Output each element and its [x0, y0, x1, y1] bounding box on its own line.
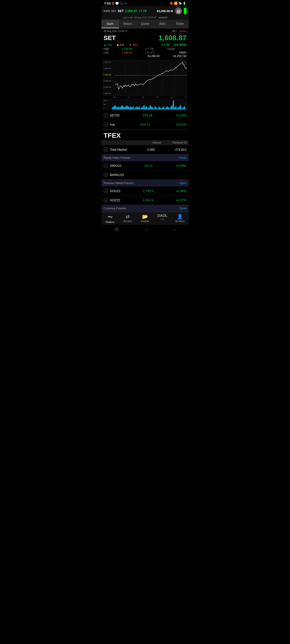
set50-change: +1.00% — [176, 114, 187, 117]
vol-bar-27 — [145, 107, 146, 109]
valm-value: 63,266.08 — [148, 54, 160, 58]
set50-row[interactable]: ⊙ SET50 979.06 +1.00% — [101, 111, 189, 120]
bottom-navigation: 〜 Realtime ⇄ Buy/Sell 📂 Portfolio DAOL L… — [101, 212, 189, 225]
goz22-row[interactable]: ⊙ GOZ22 1,810.9 +0.37% — [101, 196, 189, 205]
gou22-row[interactable]: ⊙ GOU22 1,793.5 +0.36% — [101, 186, 189, 196]
equity-futures-status: Close — [179, 156, 186, 160]
vol-bar-20 — [136, 106, 137, 110]
mymenu-label: My Menu — [175, 220, 185, 222]
chart-x-labels: 10 11 12 15 16 17 — [101, 96, 189, 99]
index-price: 1,608.87 — [125, 9, 137, 13]
tab-ticker-label: Ticker — [176, 22, 184, 26]
s50u22-name: S50U22 — [110, 164, 121, 168]
vol-bar-33 — [152, 107, 153, 109]
vol-bar-31 — [150, 105, 151, 109]
volume-col-header: Volume — [152, 141, 161, 144]
gou22-name: GOU22 — [110, 189, 120, 193]
vol-bar-5 — [118, 106, 119, 110]
buysell-label: Buy/Sell — [123, 220, 132, 222]
set50-expand-icon[interactable]: ⊙ — [104, 113, 108, 118]
vol-bar-57 — [181, 108, 182, 110]
gou22-left: ⊙ GOU22 — [104, 189, 120, 193]
vol-bar-30 — [149, 107, 149, 109]
high-low-table: High 1,608.88 (+7.79) Val(M) Low 1,589.6… — [101, 47, 189, 54]
volume-chart: 10M 5M 0 — [103, 99, 187, 110]
currency-futures-status: Open — [179, 206, 187, 210]
nav-daol-life[interactable]: DAOL LIFE — [154, 212, 171, 225]
login-info-bar: Last Login: 08 Aug 2022 18:59:45 wwwb18 — [101, 16, 189, 20]
set-index-title: SET — [104, 34, 116, 42]
goz22-left: ⊙ GOZ22 — [104, 198, 120, 202]
s50u22-expand-icon[interactable]: ⊙ — [104, 164, 108, 168]
nav-realtime[interactable]: 〜 Realtime — [101, 212, 119, 225]
low-value: 1,589.62 — [122, 51, 144, 54]
tab-bids[interactable]: Bids — [154, 20, 171, 28]
tab-watch[interactable]: Watch — [119, 20, 136, 28]
valm-label: Val(M) — [167, 48, 186, 50]
tab-watch-label: Watch — [123, 22, 132, 26]
goz22-expand-icon[interactable]: ⊙ — [104, 198, 108, 202]
vol-bar-4 — [117, 107, 117, 109]
set-index-value: 1,608.87 — [159, 34, 187, 42]
vol-bar-54 — [178, 107, 179, 109]
vol-bar-16 — [131, 107, 132, 109]
mai-expand-icon[interactable]: ⊙ — [104, 122, 108, 127]
android-home-btn[interactable]: ○ — [145, 227, 148, 232]
set-index-header: SET 1,608.87 — [101, 33, 189, 42]
gou22-expand-icon[interactable]: ⊙ — [104, 189, 108, 193]
vol-bar-23 — [140, 108, 141, 110]
vol-bar-43 — [164, 108, 165, 110]
username-display: wwwb18 — [159, 16, 167, 19]
total-market-row[interactable]: ⊙ Total Market 2,055 274,813 — [101, 145, 189, 154]
mymenu-icon: 👤 — [177, 214, 183, 220]
vol-bar-12 — [126, 105, 127, 109]
goz22-name: GOZ22 — [110, 198, 120, 202]
vol-bar-22 — [139, 106, 139, 110]
header-index-info: DAOL SEC SET 1,608.87 +7.78 — [104, 9, 147, 13]
total-market-left: ⊙ Total Market — [104, 147, 127, 152]
high-change: (+7.79) — [145, 48, 166, 50]
nav-mymenu[interactable]: 👤 My Menu — [171, 212, 189, 225]
nav-buysell[interactable]: ⇄ Buy/Sell — [119, 212, 136, 225]
vol-bar-48 — [170, 106, 171, 110]
vibrate-icon: 🔕 — [170, 2, 173, 5]
precious-metal-label: Precious Metal Futures — [104, 181, 134, 185]
volk-value: 18,255,742 — [173, 54, 186, 58]
high-label: High — [104, 48, 121, 50]
message-icon: 💬 — [115, 2, 119, 5]
vol-bar-6 — [119, 107, 120, 109]
tab-quote[interactable]: Quote — [136, 20, 154, 28]
vol-bar-24 — [141, 107, 142, 109]
banku22-expand-icon[interactable]: ⊙ — [104, 173, 108, 177]
mai-row-left: ⊙ mai — [104, 122, 115, 127]
s50u22-row[interactable]: ⊙ S50U22 971.0 +0.89% — [101, 161, 189, 170]
vol-bar-25 — [142, 106, 143, 110]
vol-bar-59 — [184, 106, 185, 110]
mai-change: +1.02% — [176, 123, 187, 126]
vol-bar-13 — [128, 106, 128, 110]
total-market-expand-icon[interactable]: ⊙ — [104, 147, 108, 152]
nav-portfolio[interactable]: 📂 Portfolio — [136, 212, 154, 225]
daol-life-sublabel: LIFE — [161, 218, 164, 220]
app-header: DAOL SEC SET 1,608.87 +7.78 63,266.08 M … — [101, 6, 189, 16]
android-back-btn[interactable]: ‹ — [174, 227, 176, 232]
total-market-name: Total Market — [110, 148, 127, 152]
equity-futures-label: Equity Index Futures — [104, 156, 130, 160]
avatar[interactable]: 🤖 — [175, 8, 182, 14]
volume-y-labels: 10M 5M 0 — [103, 99, 111, 110]
vol-bar-21 — [137, 107, 138, 109]
tab-ticker[interactable]: Ticker — [171, 20, 189, 28]
android-recent-btn[interactable]: ⦿ — [114, 227, 119, 232]
neutral-count-display: ◆ 521 — [117, 43, 124, 46]
vol-bar-14 — [129, 107, 130, 109]
status-left: 7:02 ₿ 💬 📞 ● — [104, 1, 126, 5]
realtime-icon: 〜 — [108, 214, 113, 220]
low-change: (-11.47) — [145, 51, 166, 54]
banku22-name: BANKU22 — [110, 173, 124, 177]
tab-sum[interactable]: Sum — [101, 20, 119, 28]
vol-bar-52 — [175, 106, 176, 110]
banku22-row[interactable]: ⊙ BANKU22 — [101, 170, 189, 180]
mai-row[interactable]: ⊙ mai 619.12 +1.02% — [101, 120, 189, 129]
set50-name: SET50 — [110, 114, 120, 117]
vol-bar-17 — [132, 106, 133, 110]
